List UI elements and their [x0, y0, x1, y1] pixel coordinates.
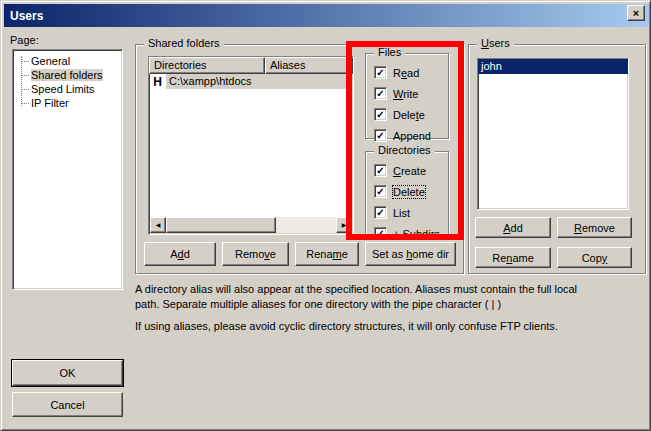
user-rename-button[interactable]: Rename — [475, 247, 551, 268]
checkbox-delete-directories[interactable]: ✓ Delete — [374, 185, 448, 198]
alias-note-line: A directory alias will also appear at th… — [135, 282, 577, 297]
checkbox-label: + Subdirs — [393, 228, 440, 240]
checkbox-label: Write — [393, 88, 418, 100]
check-icon: ✓ — [376, 130, 384, 141]
checkbox-append[interactable]: ✓ Append — [374, 129, 448, 142]
cancel-button[interactable]: Cancel — [12, 392, 123, 417]
page-item-label: Speed Limits — [31, 83, 95, 95]
arrow-right-icon: ▶ — [342, 218, 347, 232]
checkbox-icon[interactable]: ✓ — [374, 206, 387, 219]
check-icon: ✓ — [376, 67, 384, 78]
user-copy-label: Copy — [582, 252, 608, 264]
checkbox-icon[interactable]: ✓ — [374, 129, 387, 142]
checkbox-write[interactable]: ✓ Write — [374, 87, 448, 100]
checkbox-icon[interactable]: ✓ — [374, 227, 387, 240]
checkbox-label: Create — [393, 165, 426, 177]
users-list[interactable]: john — [477, 58, 629, 210]
files-group-label: Files — [374, 46, 405, 59]
checkbox-label: Read — [393, 67, 419, 79]
page-item-shared-folders[interactable]: Shared folders — [13, 68, 122, 82]
directory-path: C:\xampp\htdocs — [166, 74, 353, 89]
page-item-label: IP Filter — [31, 97, 69, 109]
page-item-general[interactable]: General — [13, 54, 122, 68]
shared-folders-group-label: Shared folders — [144, 37, 224, 50]
folder-rename-button[interactable]: Rename — [295, 242, 359, 266]
folder-add-label: Add — [170, 248, 190, 260]
user-remove-button[interactable]: Remove — [557, 217, 632, 238]
horizontal-scrollbar[interactable]: ◀ ▶ — [150, 217, 352, 233]
close-button[interactable]: × — [627, 5, 645, 21]
set-as-home-dir-button[interactable]: Set as home dir — [365, 242, 456, 266]
directory-row[interactable]: H C:\xampp\htdocs — [149, 74, 353, 89]
page-item-label: Shared folders — [31, 69, 103, 81]
checkbox-label: Delete — [393, 109, 425, 121]
window-title: Users — [4, 9, 43, 23]
checkbox-icon[interactable]: ✓ — [374, 164, 387, 177]
checkbox-delete-files[interactable]: ✓ Delete — [374, 108, 448, 121]
page-item-speed-limits[interactable]: Speed Limits — [13, 82, 122, 96]
check-icon: ✓ — [376, 109, 384, 120]
home-flag: H — [149, 75, 166, 89]
checkbox-label: Delete — [393, 186, 425, 198]
page-item-ip-filter[interactable]: IP Filter — [13, 96, 122, 110]
alias-note-line: path. Separate multiple aliases for one … — [135, 297, 577, 312]
folder-add-button[interactable]: Add — [144, 242, 216, 266]
column-header-directories[interactable]: Directories — [149, 57, 265, 74]
user-remove-label: Remove — [574, 222, 615, 234]
check-icon: ✓ — [376, 186, 384, 197]
check-icon: ✓ — [376, 165, 384, 176]
folder-remove-label: Remove — [235, 248, 276, 260]
folder-remove-button[interactable]: Remove — [222, 242, 289, 266]
scroll-right-button[interactable]: ▶ — [336, 217, 352, 233]
scrollbar-track[interactable] — [276, 217, 336, 233]
checkbox-icon[interactable]: ✓ — [374, 66, 387, 79]
column-header-aliases[interactable]: Aliases — [265, 57, 353, 74]
users-dialog: Users × Page: General Shared folders Spe… — [0, 0, 651, 431]
alias-notes: A directory alias will also appear at th… — [135, 282, 577, 334]
checkbox-icon[interactable]: ✓ — [374, 87, 387, 100]
ok-button[interactable]: OK — [12, 360, 123, 386]
user-rename-label: Rename — [492, 252, 534, 264]
checkbox-label: List — [393, 207, 410, 219]
directories-group-label: Directories — [374, 144, 435, 157]
shared-folders-group: Shared folders Directories Aliases H C:\… — [135, 44, 464, 274]
checkbox-subdirs[interactable]: ✓ + Subdirs — [374, 227, 448, 240]
user-add-button[interactable]: Add — [475, 217, 551, 238]
page-item-label: General — [31, 55, 70, 67]
close-icon: × — [633, 7, 639, 19]
checkbox-create[interactable]: ✓ Create — [374, 164, 448, 177]
check-icon: ✓ — [376, 207, 384, 218]
scroll-left-button[interactable]: ◀ — [150, 217, 166, 233]
files-group: Files ✓ Read ✓ Write ✓ Delete ✓ Append — [365, 53, 449, 139]
folder-rename-label: Rename — [306, 248, 348, 260]
user-copy-button[interactable]: Copy — [557, 247, 632, 268]
user-add-label: Add — [503, 222, 523, 234]
scrollbar-thumb[interactable] — [166, 217, 276, 233]
shared-folders-list[interactable]: Directories Aliases H C:\xampp\htdocs ◀ … — [148, 56, 354, 235]
users-group-label: Users — [477, 37, 514, 50]
checkbox-label: Append — [393, 130, 431, 142]
title-bar: Users — [4, 4, 649, 27]
alias-note-line: If using aliases, please avoid cyclic di… — [135, 319, 577, 334]
arrow-left-icon: ◀ — [156, 218, 161, 232]
directories-group: Directories ✓ Create ✓ Delete ✓ List ✓ +… — [365, 151, 449, 239]
checkbox-list[interactable]: ✓ List — [374, 206, 448, 219]
check-icon: ✓ — [376, 228, 384, 239]
check-icon: ✓ — [376, 88, 384, 99]
users-group: Users john Add Remove Rename Copy — [468, 44, 646, 274]
list-header: Directories Aliases — [149, 57, 353, 74]
set-as-home-dir-label: Set as home dir — [372, 248, 449, 260]
checkbox-read[interactable]: ✓ Read — [374, 66, 448, 79]
checkbox-icon[interactable]: ✓ — [374, 185, 387, 198]
user-item-john[interactable]: john — [478, 59, 628, 74]
page-list[interactable]: General Shared folders Speed Limits IP F… — [12, 49, 123, 290]
checkbox-icon[interactable]: ✓ — [374, 108, 387, 121]
page-label: Page: — [10, 34, 39, 46]
